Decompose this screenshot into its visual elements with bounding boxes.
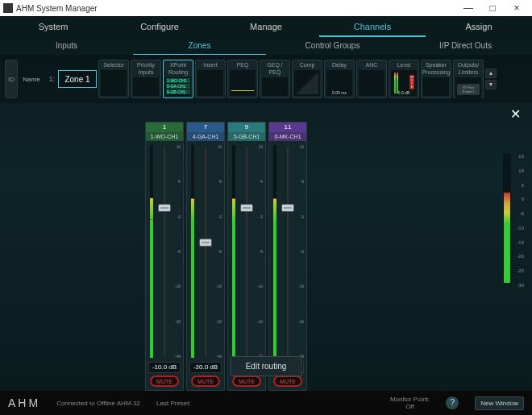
subtab-zones[interactable]: Zones — [133, 37, 266, 55]
channel-strip: 74-GA-CH11050-5-10-20-40-20.0 dBMUTE — [186, 122, 225, 391]
output-meter: 151050-5-10-15-20-25-30 — [503, 154, 526, 283]
mute-button[interactable]: MUTE — [191, 376, 220, 387]
tab-assign[interactable]: Assign — [426, 16, 532, 37]
channel-name: 0-MK-CH1 — [269, 132, 306, 141]
channel-number: 11 — [269, 122, 306, 132]
zone-number: 1: — [45, 75, 55, 83]
name-column-label: Name — [19, 76, 44, 83]
main-panel: 11-WO-CH11050-5-10-20-40-10.0 dBMUTE74-G… — [0, 122, 532, 391]
channel-number: 7 — [187, 122, 224, 132]
db-readout[interactable]: -10.0 dB — [148, 362, 181, 373]
module-xpoint-routing[interactable]: XPoint Routing1-WO-CH15-GA-CH19-GB-CH1 — [163, 60, 193, 98]
monitor-point: Monitor Point:Off — [390, 396, 430, 410]
scroll-arrows: ▲ ▼ — [485, 68, 497, 89]
fader-knob[interactable] — [158, 204, 171, 212]
close-button[interactable]: × — [505, 2, 529, 14]
window-titlebar: AHM System Manager — □ × — [0, 0, 532, 16]
tab-channels[interactable]: Channels — [319, 16, 426, 37]
level-meter — [191, 145, 194, 358]
channel-name: 1-WO-CH1 — [146, 132, 183, 141]
level-meter — [150, 145, 153, 358]
logo: AHM — [8, 396, 40, 409]
channel-strip: 95-GB-CH11050-5-10-20-40-10.0 dBMUTE — [227, 122, 266, 391]
zone-name-field[interactable]: Zone 1 — [58, 70, 97, 88]
tab-system[interactable]: System — [0, 16, 106, 37]
level-meter — [273, 145, 276, 358]
tab-manage[interactable]: Manage — [213, 16, 319, 37]
sub-tabs: InputsZonesControl GroupsI/P Direct Outs — [0, 37, 532, 55]
zone-strip: ID Name 1: Zone 1 SelectorPriority Input… — [0, 55, 532, 103]
fader-knob[interactable] — [281, 204, 294, 212]
channel-number: 9 — [228, 122, 265, 132]
module-selector[interactable]: Selector — [98, 60, 129, 98]
app-icon — [3, 3, 13, 13]
window-title: AHM System Manager — [16, 4, 98, 13]
scroll-down-button[interactable]: ▼ — [485, 80, 497, 89]
mute-button[interactable]: MUTE — [273, 376, 302, 387]
mute-button[interactable]: MUTE — [232, 376, 261, 387]
module-level[interactable]: LevelM U T E0.0 dB — [389, 60, 419, 98]
module-anc[interactable]: ANC — [356, 60, 387, 98]
last-preset: Last Preset: — [156, 400, 191, 407]
connection-status: Connected to Offline AHM-32 — [56, 400, 140, 407]
level-meter — [232, 145, 235, 358]
channel-faders: 11-WO-CH11050-5-10-20-40-10.0 dBMUTE74-G… — [145, 122, 307, 391]
minimize-button[interactable]: — — [456, 2, 480, 14]
module-outputs-limiters[interactable]: Outputs/ LimitersI/O Port Output 1 — [453, 60, 484, 98]
main-tabs: SystemConfigureManageChannelsAssign — [0, 16, 532, 37]
help-button[interactable]: ? — [446, 396, 459, 409]
scroll-up-button[interactable]: ▲ — [485, 68, 497, 78]
module-speaker-processing[interactable]: Speaker Processing — [421, 60, 451, 98]
module-priority-inputs[interactable]: Priority Inputs — [131, 60, 161, 98]
tab-configure[interactable]: Configure — [106, 16, 213, 37]
channel-strip: 110-MK-CH11050-5-10-20-40-10.0 dBMUTE — [268, 122, 307, 391]
fader-knob[interactable] — [240, 204, 253, 212]
maximize-button[interactable]: □ — [480, 2, 505, 14]
subtab-inputs[interactable]: Inputs — [0, 37, 133, 55]
module-insert[interactable]: Insert — [195, 60, 226, 98]
subtab-control-groups[interactable]: Control Groups — [266, 37, 399, 55]
channel-name: 5-GB-CH1 — [228, 132, 265, 141]
subtab-i-p-direct-outs[interactable]: I/P Direct Outs — [399, 37, 532, 55]
db-readout[interactable]: -20.0 dB — [189, 362, 222, 373]
module-delay[interactable]: Delay0.00 ms — [324, 60, 355, 98]
channel-name: 4-GA-CH1 — [187, 132, 224, 141]
close-panel-icon[interactable]: ✕ — [0, 103, 532, 122]
module-comp[interactable]: Comp — [292, 60, 322, 98]
new-window-button[interactable]: New Window — [475, 396, 524, 410]
fader-knob[interactable] — [199, 239, 212, 247]
channel-number: 1 — [146, 122, 183, 132]
status-bar: AHM Connected to Offline AHM-32 Last Pre… — [0, 391, 532, 415]
id-column-button[interactable]: ID — [5, 60, 18, 98]
channel-strip: 11-WO-CH11050-5-10-20-40-10.0 dBMUTE — [145, 122, 184, 391]
edit-routing-button[interactable]: Edit routing — [231, 356, 302, 376]
module-geq-peq[interactable]: GEQ / PEQ — [260, 60, 290, 98]
mute-button[interactable]: MUTE — [150, 376, 179, 387]
module-peq[interactable]: PEQ — [227, 60, 258, 98]
